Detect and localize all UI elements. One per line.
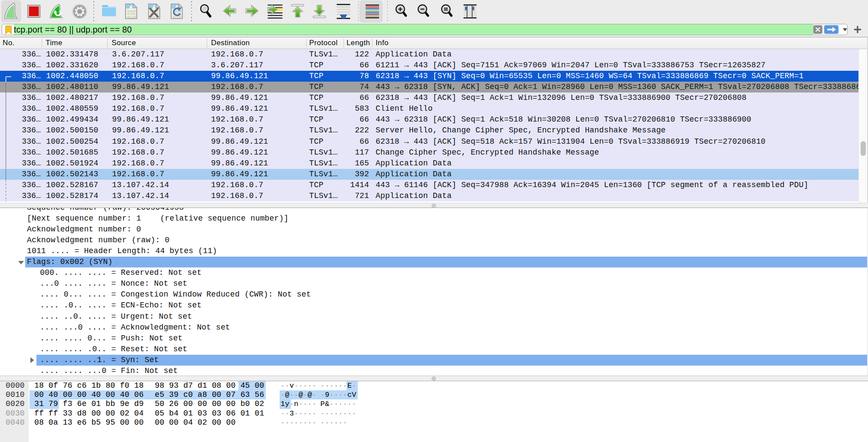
svg-text:01110: 01110 — [127, 16, 136, 19]
